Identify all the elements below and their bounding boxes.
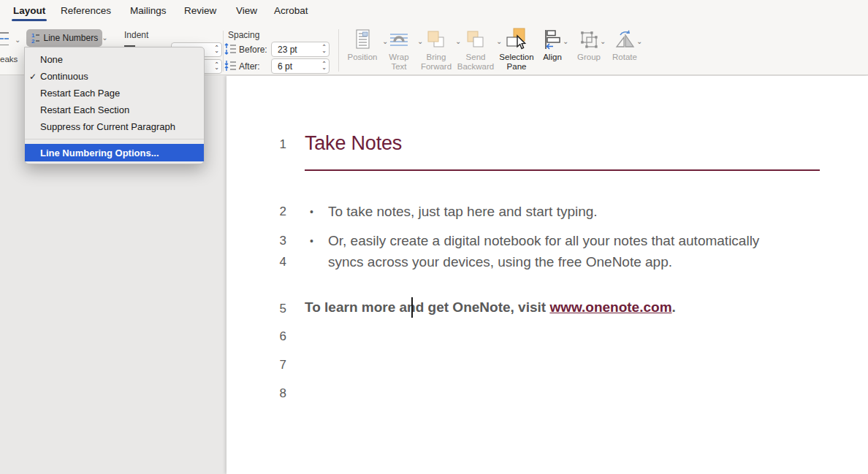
spacing-after-icon [224,59,237,72]
menu-item-label: Continuous [40,71,88,82]
stepper-control[interactable]: ⌃ ⌄ [321,46,327,53]
line-number-digit: 1 [31,33,34,38]
rotate-label: Rotate [612,53,637,62]
tab-references[interactable]: References [61,5,111,16]
spacing-group-label: Spacing [228,30,259,40]
spacing-after-input[interactable] [278,61,321,72]
tab-mailings[interactable]: Mailings [130,5,167,16]
menu-item-suppress-current-paragraph[interactable]: Suppress for Current Paragraph [25,118,204,135]
document-text-line[interactable]: To take notes, just tap here and start t… [328,204,598,220]
spacing-before-field[interactable]: ⌃ ⌄ [271,42,330,57]
chevron-down-icon[interactable]: ⌄ [321,66,327,70]
document-text-line[interactable]: syncs across your devices, using the fre… [328,254,672,270]
document-text-line[interactable]: To learn more and get OneNote, visit www… [305,299,676,316]
line-number: 5 [262,302,286,316]
line5-prefix[interactable]: To learn more and get OneNote, visit [305,299,549,315]
indent-group-label: Indent [124,30,148,40]
selection-pane-button[interactable]: Selection Pane [497,27,536,72]
rotate-icon [613,27,636,52]
text-cursor [411,297,413,318]
spacing-after-field[interactable]: ⌃ ⌄ [271,58,330,74]
menu-item-label: Suppress for Current Paragraph [40,121,175,132]
group-icon [577,27,601,52]
chevron-down-icon[interactable]: ⌄ [636,38,642,45]
menu-item-label: Restart Each Section [40,104,129,115]
line-number: 4 [262,255,286,270]
align-label: Align [543,53,562,62]
align-icon [541,27,564,52]
document-text-line[interactable]: Or, easily create a digital notebook for… [328,233,759,249]
line-number-digit: 2 [31,39,34,44]
chevron-down-icon[interactable]: ⌄ [214,66,219,70]
line-number: 2 [262,204,286,219]
spacing-before-icon [224,42,237,56]
word-window: Layout References Mailings Review View A… [0,0,868,474]
selection-pane-label: Selection Pane [497,53,536,72]
line-number: 8 [262,386,286,401]
selection-pane-icon [505,27,528,52]
tab-review[interactable]: Review [184,5,216,16]
wrap-text-icon [387,27,411,52]
bring-forward-icon [425,27,448,52]
position-label: Position [348,53,378,62]
menu-item-restart-each-section[interactable]: Restart Each Section [25,102,204,118]
tab-layout[interactable]: Layout [13,5,45,16]
line-numbers-menu: None ✓ Continuous Restart Each Page Rest… [24,47,205,164]
line5-suffix[interactable]: . [672,299,676,315]
chevron-down-icon[interactable]: ⌄ [563,38,568,45]
line-numbers-label: Line Numbers [43,33,98,43]
line-number: 1 [262,137,286,152]
line-numbers-button[interactable]: 1 2 Line Numbers ⌄ [26,29,102,47]
stepper-control[interactable]: ⌃ ⌄ [321,63,327,69]
line-number: 6 [262,329,286,344]
group-label: Group [577,53,601,62]
bullet-icon: • [310,235,313,247]
send-backward-button[interactable]: Send Backward [456,27,495,72]
group-separator [338,29,339,72]
document-heading[interactable]: Take Notes [305,132,402,155]
stepper-control[interactable]: ⌃ ⌄ [214,47,219,53]
wrap-text-label: Wrap Text [383,53,415,72]
chevron-down-icon: ⌄ [102,34,107,42]
chevron-down-icon[interactable]: ⌄ [321,50,327,53]
spacing-before-input[interactable] [278,45,321,55]
checkmark-icon: ✓ [29,72,40,82]
chevron-down-icon[interactable]: ⌄ [15,37,20,44]
menu-item-continuous[interactable]: ✓ Continuous [25,68,204,85]
send-backward-label: Send Backward [456,53,495,72]
wrap-text-button[interactable]: Wrap Text [383,27,415,72]
bring-forward-label: Bring Forward [418,53,454,72]
chevron-down-icon[interactable]: ⌄ [214,50,219,53]
menu-item-label: Restart Each Page [40,88,120,99]
breaks-button-label[interactable]: eaks [0,55,18,64]
line-numbers-icon: 1 2 [31,33,39,44]
menu-item-label: None [40,54,63,65]
bring-forward-button[interactable]: Bring Forward [418,27,454,72]
menu-item-label: Line Numbering Options... [40,148,159,158]
heading-rule [305,169,820,171]
menu-item-restart-each-page[interactable]: Restart Each Page [25,85,204,102]
after-label: After: [239,61,260,72]
before-label: Before: [239,45,267,55]
menu-item-line-numbering-options[interactable]: Line Numbering Options... [25,144,204,161]
position-icon [351,27,374,52]
tab-view[interactable]: View [236,5,257,16]
menu-separator [25,139,204,139]
position-button[interactable]: Position [345,27,380,62]
line-number: 3 [262,234,286,248]
chevron-down-icon[interactable]: ⌄ [600,38,606,45]
send-backward-icon [464,27,487,52]
bullet-icon: • [310,206,313,218]
line-number: 7 [262,358,286,372]
page-break-icon [0,32,10,45]
menu-item-none[interactable]: None [25,51,204,68]
onenote-link[interactable]: www.onenote.com [549,299,671,315]
stepper-control[interactable]: ⌃ ⌄ [214,64,219,70]
tab-acrobat[interactable]: Acrobat [274,5,308,16]
